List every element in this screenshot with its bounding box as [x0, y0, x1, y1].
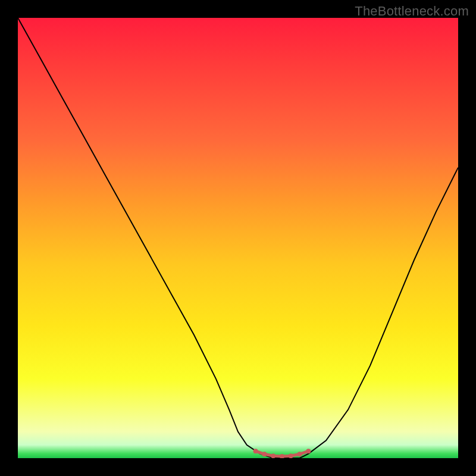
- bottom-marker-dot: [262, 452, 267, 456]
- chart-frame: TheBottleneck.com: [0, 0, 476, 476]
- bottom-marker-dot: [280, 454, 284, 458]
- bottom-marker-dot: [289, 453, 293, 458]
- bottom-marker-dot: [298, 452, 302, 456]
- watermark-text: TheBottleneck.com: [355, 4, 469, 19]
- bottleneck-curve: [18, 18, 458, 458]
- bottom-marker-dot: [253, 449, 258, 453]
- curve-svg: [18, 18, 458, 458]
- bottom-marker-dot: [271, 453, 275, 458]
- plot-area: [18, 18, 458, 458]
- bottom-marker-dot: [306, 449, 311, 453]
